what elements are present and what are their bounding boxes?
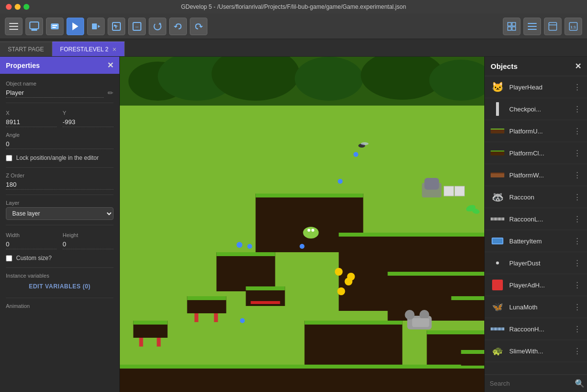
hamburger-menu-button[interactable] <box>5 18 23 35</box>
custom-size-checkbox[interactable] <box>6 255 12 261</box>
undo-button[interactable] <box>169 18 187 35</box>
redo-button[interactable] <box>190 18 207 35</box>
svg-rect-54 <box>214 313 218 322</box>
svg-rect-7 <box>52 27 56 28</box>
lock-row: Lock position/angle in the editor <box>6 154 113 162</box>
x-value[interactable]: 8911 <box>6 117 57 127</box>
object-name-platformcl: PlatformCl... <box>509 150 568 157</box>
svg-text:1:1: 1:1 <box>570 25 576 29</box>
object-name-label: Object name <box>6 81 113 87</box>
main-toolbar: ↔ 1:1 <box>0 14 587 39</box>
svg-point-89 <box>237 242 243 248</box>
tab-start-page[interactable]: START PAGE <box>0 42 52 56</box>
list-view-button[interactable] <box>523 18 541 35</box>
x-col: X 8911 <box>6 108 57 127</box>
z-order-value[interactable]: 180 <box>6 180 113 190</box>
svg-point-31 <box>295 57 363 101</box>
object-menu-playerdust[interactable]: ⋮ <box>572 259 582 268</box>
object-menu-platformw[interactable]: ⋮ <box>572 171 582 180</box>
y-value[interactable]: -993 <box>63 117 113 127</box>
list-item[interactable]: PlatformW... ⋮ <box>485 164 587 186</box>
object-icon-battery <box>490 233 505 249</box>
object-menu-battery[interactable]: ⋮ <box>572 237 582 246</box>
edit-icon[interactable]: ✏ <box>108 89 113 97</box>
object-menu-slime[interactable]: ⋮ <box>572 347 582 356</box>
list-item[interactable]: RaccoonH... ⋮ <box>485 318 587 340</box>
svg-point-65 <box>338 287 345 295</box>
select-tool[interactable] <box>108 18 125 35</box>
scene-button[interactable] <box>25 18 43 35</box>
width-value[interactable]: 0 <box>6 240 57 249</box>
window-controls[interactable] <box>6 4 29 10</box>
game-scene[interactable] <box>120 57 484 392</box>
search-input[interactable] <box>490 380 572 387</box>
object-menu-lunamoth[interactable]: ⋮ <box>572 303 582 312</box>
tab-bar: START PAGE FOREST/LEVEL 2 × <box>0 39 587 57</box>
object-menu-raccoonh[interactable]: ⋮ <box>572 325 582 334</box>
height-col: Height 0 <box>63 230 113 249</box>
minimize-button[interactable] <box>15 4 21 10</box>
object-menu-raccoonl[interactable]: ⋮ <box>572 215 582 224</box>
objects-panel: Objects ✕ 🐱 PlayerHead ⋮ Checkpoi... ⋮ <box>484 57 587 392</box>
tab-forest-level2[interactable]: FOREST/LEVEL 2 × <box>52 42 125 56</box>
svg-rect-72 <box>425 178 439 190</box>
edit-variables-button[interactable]: EDIT VARIABLES (0) <box>6 280 113 293</box>
height-label: Height <box>63 232 113 238</box>
svg-marker-10 <box>98 25 100 28</box>
object-name-platformu: PlatformU... <box>509 128 568 135</box>
properties-close-button[interactable]: ✕ <box>107 61 113 70</box>
list-item[interactable]: PlatformCl... ⋮ <box>485 142 587 164</box>
layer-select[interactable]: Base layer <box>6 207 113 220</box>
rotate-tool[interactable] <box>149 18 166 35</box>
svg-rect-1 <box>9 26 18 27</box>
list-item[interactable]: 🐢 SlimeWith... ⋮ <box>485 340 587 362</box>
svg-rect-50 <box>452 296 485 300</box>
object-name-slime: SlimeWith... <box>509 348 568 355</box>
list-item[interactable]: 🦋 LunaMoth ⋮ <box>485 296 587 318</box>
maximize-button[interactable] <box>23 4 29 10</box>
close-button[interactable] <box>6 4 12 10</box>
custom-size-label: Custom size? <box>16 254 52 262</box>
grid-settings-button[interactable] <box>503 18 520 35</box>
list-item[interactable]: 🐱 PlayerHead ⋮ <box>485 76 587 98</box>
svg-rect-44 <box>388 272 485 276</box>
object-icon-slime: 🐢 <box>490 343 505 359</box>
svg-rect-60 <box>120 365 484 369</box>
list-item[interactable]: BatteryItem ⋮ <box>485 230 587 252</box>
list-item[interactable]: PlatformU... ⋮ <box>485 120 587 142</box>
angle-value[interactable]: 0 <box>6 139 113 149</box>
play-button[interactable] <box>67 18 84 35</box>
properties-content: Object name ✏ X 8911 Y -993 Angle 0 <box>0 74 119 392</box>
list-item[interactable]: RaccoonL... ⋮ <box>485 208 587 230</box>
height-value[interactable]: 0 <box>63 240 113 249</box>
preview-button[interactable] <box>87 18 105 35</box>
list-item[interactable]: Checkpoi... ⋮ <box>485 98 587 120</box>
objects-close-button[interactable]: ✕ <box>575 62 581 71</box>
object-menu-raccoon[interactable]: ⋮ <box>572 193 582 202</box>
object-name-raccoonh: RaccoonH... <box>509 326 568 333</box>
object-name-input[interactable] <box>6 88 104 98</box>
object-menu-platformcl[interactable]: ⋮ <box>572 149 582 158</box>
tab-close-icon[interactable]: × <box>113 45 116 53</box>
svg-point-75 <box>248 244 252 249</box>
game-canvas[interactable] <box>120 57 484 392</box>
list-item[interactable]: 🦝 Raccoon ⋮ <box>485 186 587 208</box>
list-item[interactable]: PlayerAdH... ⋮ <box>485 274 587 296</box>
svg-rect-52 <box>187 296 226 300</box>
object-menu-platformu[interactable]: ⋮ <box>572 127 582 136</box>
properties-panel: Properties ✕ Object name ✏ X 8911 Y -993 <box>0 57 120 392</box>
zoom-fit-button[interactable]: 1:1 <box>564 18 582 35</box>
object-menu-playeradh[interactable]: ⋮ <box>572 281 582 290</box>
list-item[interactable]: PlayerDust ⋮ <box>485 252 587 274</box>
lock-checkbox[interactable] <box>6 155 12 161</box>
properties-title: Properties <box>6 62 40 69</box>
object-icon-playeradh <box>490 277 505 293</box>
move-tool[interactable]: ↔ <box>128 18 146 35</box>
divider-4 <box>6 225 113 225</box>
object-editor-button[interactable] <box>46 18 64 35</box>
panel-button[interactable] <box>544 18 562 35</box>
svg-point-66 <box>347 273 355 281</box>
object-menu-checkpoint[interactable]: ⋮ <box>572 105 582 114</box>
svg-point-68 <box>405 310 415 320</box>
object-menu-playerhead[interactable]: ⋮ <box>572 83 582 92</box>
